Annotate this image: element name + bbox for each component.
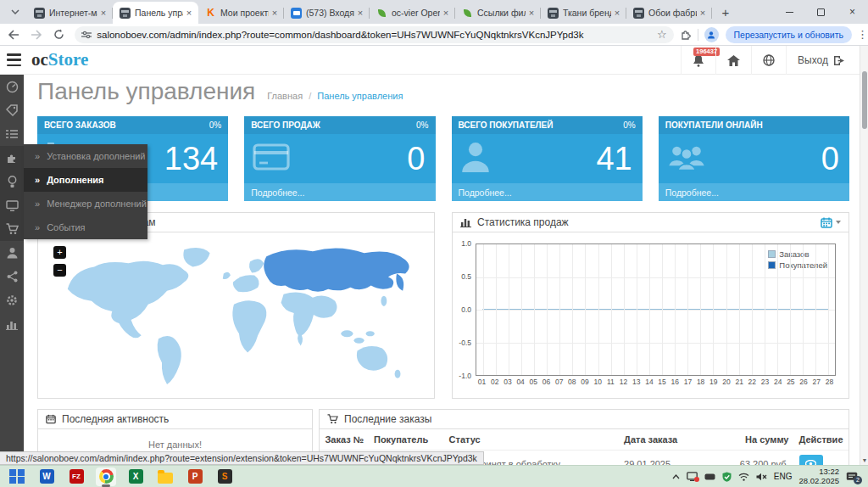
col-status[interactable]: Статус <box>444 429 619 451</box>
defender-shield-icon[interactable] <box>722 472 732 482</box>
window-maximize-button[interactable] <box>805 0 837 24</box>
chrome-app-icon[interactable] <box>96 467 116 486</box>
col-order-no[interactable]: Заказ № <box>320 429 369 451</box>
browser-tab-8[interactable]: Обои фабрики × <box>626 2 712 24</box>
powerpoint-app-icon[interactable]: P <box>185 467 205 486</box>
file-explorer-icon[interactable] <box>155 467 175 486</box>
tile-more-link[interactable]: Подробнее... <box>665 188 719 198</box>
breadcrumb-current[interactable]: Панель управления <box>317 91 403 101</box>
snagit-app-icon[interactable]: S <box>214 467 235 486</box>
map-zoom-in-button[interactable]: + <box>53 246 66 259</box>
y-axis: 1.00.50.0-0.5-1.0 <box>453 244 473 376</box>
map-zoom-out-button[interactable]: − <box>53 264 66 277</box>
flyout-item-events[interactable]: » События <box>24 216 147 239</box>
dashboard-icon[interactable] <box>0 75 24 98</box>
catalog-tag-icon[interactable] <box>0 98 24 122</box>
bookmark-star-icon[interactable]: ☆ <box>657 28 667 41</box>
logout-button[interactable]: Выход <box>786 46 856 75</box>
browser-tab-5[interactable]: oc-vier OpenCa × <box>370 2 455 24</box>
bell-icon <box>693 54 704 67</box>
col-total[interactable]: На сумму <box>717 429 794 451</box>
tab-close-icon[interactable]: × <box>611 7 623 19</box>
profile-avatar-icon[interactable] <box>704 27 719 42</box>
browser-menu-icon[interactable]: ⋮ <box>857 28 868 41</box>
extensions-puzzle-icon[interactable] <box>0 146 24 170</box>
clock[interactable]: 13:22 28.02.2025 <box>798 467 839 486</box>
chart-range-button[interactable] <box>821 217 841 228</box>
url-bar[interactable]: salonoboev.com/admin/index.php?route=com… <box>75 26 673 43</box>
tab-search-chevron-icon[interactable] <box>5 3 25 21</box>
notification-center-icon[interactable]: 2 <box>846 472 858 482</box>
scrollbar-down-arrow[interactable]: ▼ <box>860 457 868 463</box>
keyboard-icon[interactable] <box>704 473 715 480</box>
tab-close-icon[interactable]: × <box>526 7 537 19</box>
tab-close-icon[interactable]: × <box>354 7 366 19</box>
tile-percent: 0% <box>416 120 428 130</box>
browser-tab-2-active[interactable]: Панель управле × <box>113 2 198 24</box>
col-customer[interactable]: Покупатель <box>369 429 444 451</box>
browser-tab-7[interactable]: Ткани бренд Тк × <box>541 2 626 24</box>
credit-card-icon <box>253 143 290 174</box>
tab-close-icon[interactable]: × <box>269 7 281 19</box>
breadcrumb-home[interactable]: Главная <box>267 91 303 101</box>
home-button[interactable] <box>715 46 751 75</box>
menu-toggle-icon[interactable] <box>7 53 21 66</box>
screen-record-icon[interactable] <box>687 472 698 481</box>
view-order-button[interactable] <box>799 455 823 465</box>
tab-close-icon[interactable]: × <box>183 7 195 19</box>
start-button[interactable] <box>7 467 27 486</box>
browser-tab-3[interactable]: K Мои проекты - × <box>198 2 284 24</box>
tab-close-icon[interactable]: × <box>440 7 452 19</box>
tray-chevron-icon[interactable] <box>672 474 680 479</box>
design-monitor-icon[interactable] <box>0 193 24 217</box>
tile-more-link[interactable]: Подробнее... <box>459 188 512 198</box>
reload-icon[interactable] <box>51 25 69 44</box>
window-close-button[interactable]: × <box>837 0 868 24</box>
customers-person-icon[interactable] <box>0 241 24 265</box>
world-map[interactable] <box>53 238 426 392</box>
tab-label: Ткани бренд Тк <box>563 8 611 18</box>
system-gear-icon[interactable] <box>0 288 24 312</box>
world-map-panel: Заказы по регионам + − <box>37 212 435 399</box>
filezilla-app-icon[interactable]: FZ <box>66 467 86 486</box>
excel-app-icon[interactable]: X <box>125 467 146 486</box>
new-tab-button[interactable]: + <box>715 2 736 22</box>
browser-tab-4[interactable]: (573) Входящие × <box>284 2 370 24</box>
site-settings-icon[interactable] <box>81 31 92 39</box>
window-minimize-button[interactable] <box>774 0 805 24</box>
back-icon[interactable] <box>5 25 23 44</box>
extensions-puzzle-icon[interactable] <box>681 29 692 40</box>
tab-close-icon[interactable]: × <box>697 7 709 19</box>
tab-label: (573) Входящие <box>306 8 354 18</box>
relaunch-update-button[interactable]: Перезапустить и обновить <box>726 26 852 43</box>
chart-plot[interactable]: Заказов Покупателей <box>476 244 836 376</box>
col-action[interactable]: Действие <box>794 429 849 451</box>
flyout-item-modifications[interactable]: » Менеджер дополнений <box>24 192 147 216</box>
notifications-bell[interactable]: 196437 <box>681 46 715 75</box>
volume-muted-icon[interactable] <box>756 473 767 481</box>
page-scrollbar[interactable]: ▼ <box>860 46 868 465</box>
sales-cart-icon[interactable] <box>0 217 24 241</box>
window-controls: × <box>774 0 868 24</box>
flyout-item-extensions[interactable]: » Дополнения <box>24 168 147 192</box>
tab-close-icon[interactable]: × <box>97 7 109 19</box>
language-indicator[interactable]: ENG <box>774 472 793 481</box>
flyout-item-installer[interactable]: » Установка дополнений <box>24 144 147 168</box>
page-title: Панель управления <box>37 78 255 105</box>
scrollbar-thumb[interactable] <box>862 71 867 129</box>
word-app-icon[interactable]: W <box>36 467 57 486</box>
wifi-icon[interactable] <box>738 473 749 481</box>
forward-icon[interactable] <box>28 25 46 44</box>
share-network-icon[interactable] <box>0 265 24 288</box>
ocstore-logo[interactable]: ocStore <box>31 49 88 70</box>
browser-tab-1[interactable]: Интернет-магаз × <box>27 2 113 24</box>
reports-chart-icon[interactable] <box>0 312 24 336</box>
tile-more-link[interactable]: Подробнее... <box>251 188 304 198</box>
menu-list-icon[interactable] <box>0 122 24 146</box>
col-date[interactable]: Дата заказа <box>619 429 717 451</box>
tile-title: ПОКУПАТЕЛИ ОНЛАЙН <box>665 120 763 130</box>
url-text[interactable]: salonoboev.com/admin/index.php?route=com… <box>97 30 657 40</box>
storefront-button[interactable] <box>751 46 786 75</box>
browser-tab-6[interactable]: Ссылки фильтр × <box>455 2 541 24</box>
marketing-bulb-icon[interactable] <box>0 170 24 193</box>
